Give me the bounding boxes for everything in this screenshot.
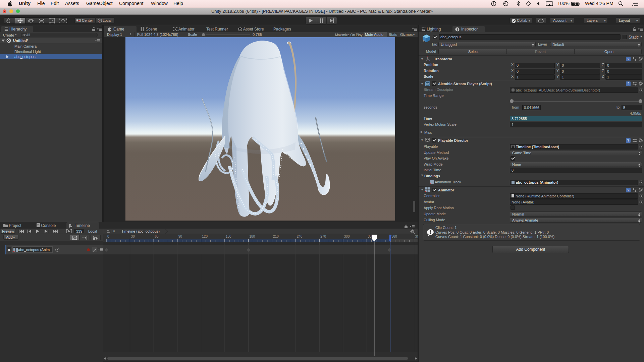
svg-text:270: 270	[320, 235, 326, 238]
svg-text:30: 30	[131, 235, 135, 238]
svg-text:300: 300	[344, 235, 350, 238]
svg-text:120: 120	[202, 235, 208, 238]
svg-text:?: ?	[627, 138, 629, 142]
svg-text:?: ?	[627, 57, 629, 61]
svg-text:180: 180	[250, 235, 255, 238]
svg-text:90: 90	[178, 235, 182, 238]
svg-text:60: 60	[155, 235, 159, 238]
svg-text:240: 240	[297, 235, 303, 238]
svg-text:?: ?	[627, 82, 629, 86]
svg-text:?: ?	[627, 188, 629, 192]
svg-text:390: 390	[415, 235, 418, 238]
svg-text:150: 150	[226, 235, 231, 238]
svg-text:360: 360	[391, 235, 397, 238]
svg-text:C#: C#	[426, 82, 429, 85]
svg-text:0: 0	[107, 235, 109, 238]
svg-text:210: 210	[273, 235, 279, 238]
